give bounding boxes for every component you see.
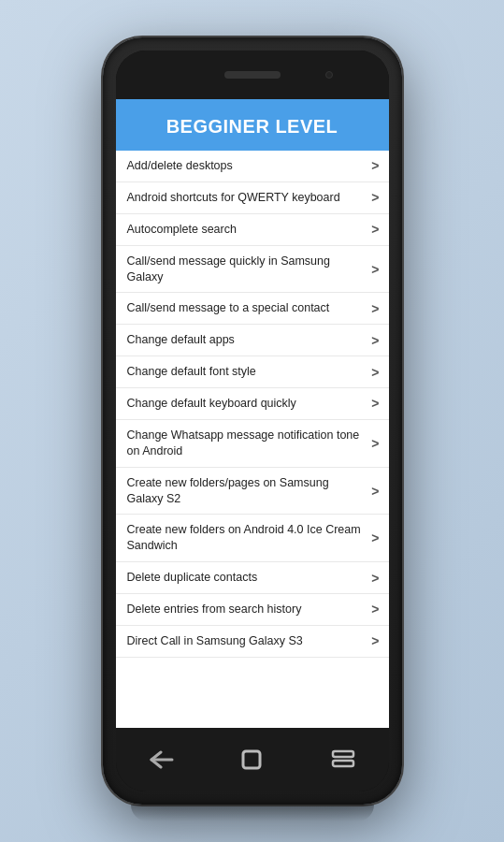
- svg-rect-2: [333, 751, 353, 757]
- list-item-label: Add/delete desktops: [127, 158, 372, 174]
- list-item[interactable]: Create new folders on Android 4.0 Ice Cr…: [116, 515, 389, 562]
- list-item-label: Autocomplete search: [127, 222, 372, 238]
- list-item-label: Call/send message to a special contact: [127, 300, 372, 316]
- list-item[interactable]: Delete duplicate contacts>: [116, 562, 389, 594]
- list-item-arrow: >: [371, 484, 379, 499]
- list-item-arrow: >: [371, 262, 379, 277]
- list-item-arrow: >: [371, 633, 379, 648]
- list-item-arrow: >: [371, 436, 379, 451]
- list-item-label: Direct Call in Samsung Galaxy S3: [127, 633, 372, 649]
- list-item-label: Change default font style: [127, 364, 372, 380]
- list-item[interactable]: Create new folders/pages on Samsung Gala…: [116, 468, 389, 515]
- list-item-arrow: >: [371, 190, 379, 205]
- camera-dot: [325, 71, 333, 79]
- list-item-label: Change default keyboard quickly: [127, 396, 372, 412]
- recents-button[interactable]: [323, 739, 364, 780]
- svg-rect-3: [333, 761, 353, 766]
- list-item-label: Android shortcuts for QWERTY keyboard: [127, 190, 372, 206]
- speaker: [224, 71, 281, 79]
- list-item-arrow: >: [371, 530, 379, 545]
- recents-icon: [331, 749, 355, 770]
- home-button[interactable]: [231, 739, 272, 780]
- list-item-label: Change default apps: [127, 332, 372, 348]
- list-item[interactable]: Change default apps>: [116, 325, 389, 356]
- phone-inner: BEGGINER LEVEL Add/delete desktops>Andro…: [116, 51, 389, 791]
- list-item-label: Create new folders on Android 4.0 Ice Cr…: [127, 522, 372, 554]
- list-item[interactable]: Add/delete desktops>: [116, 151, 389, 182]
- list-item[interactable]: Call/send message quickly in Samsung Gal…: [116, 246, 389, 294]
- list-item[interactable]: Delete entries from search history>: [116, 594, 389, 626]
- page-title: BEGGINER LEVEL: [127, 116, 378, 138]
- list-item-label: Delete entries from search history: [127, 602, 372, 617]
- list-item[interactable]: Android shortcuts for QWERTY keyboard>: [116, 182, 389, 214]
- list-container: Add/delete desktops>Android shortcuts fo…: [116, 151, 389, 728]
- list-item-arrow: >: [371, 333, 379, 348]
- phone-frame: BEGGINER LEVEL Add/delete desktops>Andro…: [103, 37, 402, 805]
- list-item-arrow: >: [371, 396, 379, 411]
- list-item-arrow: >: [371, 365, 379, 380]
- list-item[interactable]: Change Whatsapp message notification ton…: [116, 420, 389, 468]
- list-item[interactable]: Change default keyboard quickly>: [116, 388, 389, 420]
- svg-rect-1: [243, 751, 260, 768]
- home-icon: [240, 748, 263, 771]
- list-item-arrow: >: [371, 602, 379, 617]
- list-item-arrow: >: [371, 571, 379, 586]
- list-item[interactable]: Change default font style>: [116, 356, 389, 388]
- list-item-label: Create new folders/pages on Samsung Gala…: [127, 475, 372, 507]
- back-button[interactable]: [140, 739, 181, 780]
- list-item[interactable]: Autocomplete search>: [116, 214, 389, 246]
- list-item-arrow: >: [371, 222, 379, 237]
- list-item-label: Change Whatsapp message notification ton…: [127, 428, 372, 459]
- list-item-label: Delete duplicate contacts: [127, 570, 372, 586]
- list-item-arrow: >: [371, 158, 379, 173]
- back-icon: [148, 750, 174, 769]
- list-item-label: Call/send message quickly in Samsung Gal…: [127, 254, 372, 285]
- list-item[interactable]: Direct Call in Samsung Galaxy S3>: [116, 626, 389, 658]
- screen-header: BEGGINER LEVEL: [116, 99, 389, 151]
- list-item-arrow: >: [371, 301, 379, 316]
- nav-bar: [116, 728, 389, 791]
- screen: BEGGINER LEVEL Add/delete desktops>Andro…: [116, 99, 389, 728]
- list-item[interactable]: Call/send message to a special contact>: [116, 293, 389, 325]
- phone-top-bar: [116, 51, 389, 99]
